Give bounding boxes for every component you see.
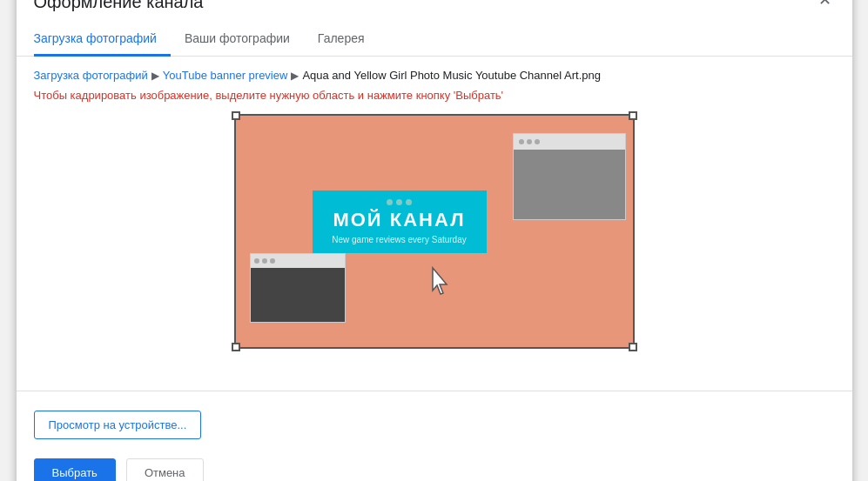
dialog-body: Загрузка фотографий ▶ YouTube banner pre… (17, 57, 852, 382)
channel-dot1 (387, 199, 393, 205)
cursor-icon (426, 266, 454, 305)
close-button[interactable]: ✕ (815, 0, 835, 8)
preview-button-row: Просмотр на устройстве... (34, 411, 835, 439)
breadcrumb-step2[interactable]: YouTube banner preview (163, 69, 288, 82)
browser-content-right (514, 150, 625, 220)
dot1 (519, 139, 524, 144)
channel-dot3 (406, 199, 412, 205)
browser-content-left (251, 268, 345, 323)
dialog-header: Оформление канала ✕ (17, 0, 852, 12)
select-button[interactable]: Выбрать (34, 458, 116, 481)
breadcrumb-sep2: ▶ (291, 70, 299, 82)
tab-your-photos[interactable]: Ваши фотографии (185, 23, 304, 57)
crop-container[interactable]: МОЙ КАНАЛ New game reviews every Saturda… (234, 114, 635, 349)
browser-bar-right (514, 134, 625, 150)
dot3 (535, 139, 540, 144)
channel-name: МОЙ КАНАЛ (333, 209, 465, 231)
ldot3 (270, 258, 275, 264)
breadcrumb-current: Aqua and Yellow Girl Photo Music Youtube… (302, 69, 601, 82)
browser-overlay-left (250, 253, 346, 323)
tab-upload[interactable]: Загрузка фотографий (34, 23, 171, 57)
breadcrumb-step1[interactable]: Загрузка фотографий (34, 69, 148, 82)
tabs-bar: Загрузка фотографий Ваши фотографии Гале… (17, 23, 852, 57)
dialog-title: Оформление канала (34, 0, 204, 12)
dialog: Оформление канала ✕ Загрузка фотографий … (17, 0, 852, 481)
cancel-button[interactable]: Отмена (126, 458, 204, 481)
browser-bar-left (251, 254, 345, 268)
ldot1 (254, 258, 259, 264)
channel-subtitle: New game reviews every Saturday (332, 235, 467, 244)
channel-box: МОЙ КАНАЛ New game reviews every Saturda… (313, 190, 487, 253)
bottom-section: Просмотр на устройстве... Выбрать Отмена (17, 400, 852, 481)
tab-gallery[interactable]: Галерея (318, 23, 379, 57)
browser-overlay-right (513, 133, 626, 220)
footer-buttons: Выбрать Отмена (34, 458, 835, 481)
crop-area-wrapper: МОЙ КАНАЛ New game reviews every Saturda… (34, 114, 835, 349)
breadcrumb-sep1: ▶ (151, 70, 159, 82)
divider (17, 391, 852, 391)
banner-image: МОЙ КАНАЛ New game reviews every Saturda… (234, 114, 635, 349)
channel-dot2 (396, 199, 402, 205)
breadcrumb: Загрузка фотографий ▶ YouTube banner pre… (34, 69, 835, 82)
dot2 (527, 139, 532, 144)
instruction-text: Чтобы кадрировать изображение, выделите … (34, 89, 835, 102)
ldot2 (262, 258, 267, 264)
preview-button[interactable]: Просмотр на устройстве... (34, 411, 202, 439)
